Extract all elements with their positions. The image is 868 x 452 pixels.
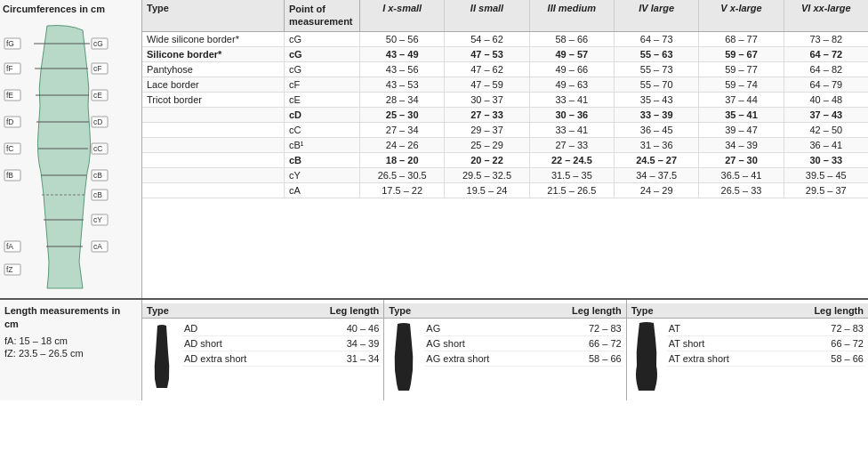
row-III: 49 – 66 [530, 62, 615, 77]
circ-data-row: cB 18 – 20 20 – 22 22 – 24.5 24.5 – 27 2… [142, 153, 868, 168]
svg-text:fG: fG [6, 39, 14, 48]
length-row-type: AT [669, 323, 815, 334]
segment-rows: AG72 – 83AG short66 – 72AG extra short58… [424, 321, 623, 367]
row-IV: 24.5 – 27 [615, 153, 699, 167]
row-III: 49 – 57 [530, 47, 615, 61]
header-measurement: Point of measurement [285, 0, 360, 31]
segment-inner: AG72 – 83AG short66 – 72AG extra short58… [384, 319, 625, 397]
length-row-type: AG extra short [426, 353, 572, 364]
row-V: 68 – 77 [699, 32, 784, 46]
AT-icon [630, 321, 667, 394]
row-III: 21.5 – 26.5 [530, 183, 615, 198]
row-type [142, 123, 285, 137]
length-row-type: AT short [669, 338, 815, 349]
row-II: 47 – 53 [445, 47, 529, 61]
row-IV: 31 – 36 [615, 138, 699, 152]
seg-leg-header: Leg length [505, 305, 622, 316]
circ-data-row: Tricot border cE 28 – 34 30 – 37 33 – 41… [142, 93, 868, 108]
row-VI: 37 – 43 [784, 108, 868, 122]
circ-header: Type Point of measurement I x-small II s… [142, 0, 868, 32]
circ-data-row: Silicone border* cG 43 – 49 47 – 53 49 –… [142, 47, 868, 62]
row-II: 25 – 29 [445, 138, 529, 152]
row-II: 19.5 – 24 [445, 183, 529, 198]
row-V: 35 – 41 [699, 108, 784, 122]
segment-header: TypeLeg length [142, 303, 383, 319]
length-row: AD extra short31 – 34 [182, 351, 381, 367]
circ-data-row: Lace border cF 43 – 53 47 – 59 49 – 63 5… [142, 77, 868, 93]
row-I: 24 – 26 [360, 138, 445, 152]
seg-type-header: Type [147, 305, 263, 316]
length-left-panel: Length measurements in cm fA: 15 – 18 cm… [0, 300, 142, 400]
circ-section-title: Circumferences in cm [3, 4, 139, 14]
length-info: fA: 15 – 18 cmfZ: 23.5 – 26.5 cm [4, 335, 137, 359]
header-VI: VI xx-large [784, 0, 868, 31]
length-row: AT extra short58 – 66 [667, 351, 865, 367]
leg-diagram: .leg-fill { fill: #b8d8c8; stroke: #5a9a… [3, 17, 136, 293]
row-III: 33 – 41 [530, 93, 615, 107]
seg-type-header: Type [631, 305, 748, 316]
row-I: 25 – 30 [360, 108, 445, 122]
row-I: 17.5 – 22 [360, 183, 445, 198]
length-row: AG short66 – 72 [424, 336, 623, 351]
svg-text:fZ: fZ [6, 265, 13, 274]
svg-text:cD: cD [93, 117, 102, 126]
svg-text:fC: fC [6, 144, 14, 153]
row-VI: 64 – 79 [784, 77, 868, 92]
row-VI: 40 – 48 [784, 93, 868, 107]
row-VI: 73 – 82 [784, 32, 868, 46]
row-II: 47 – 59 [445, 77, 529, 92]
row-IV: 33 – 39 [615, 108, 699, 122]
row-I: 43 – 49 [360, 47, 445, 61]
row-VI: 39.5 – 45 [784, 168, 868, 182]
svg-text:cE: cE [93, 91, 102, 100]
segment-rows: AT72 – 83AT short66 – 72AT extra short58… [667, 321, 865, 367]
row-type: Pantyhose [142, 62, 285, 77]
row-meas: cG [285, 62, 360, 77]
row-type [142, 138, 285, 152]
row-I: 43 – 53 [360, 77, 445, 92]
segment-header: TypeLeg length [384, 303, 625, 319]
row-V: 59 – 74 [699, 77, 784, 92]
row-II: 29 – 37 [445, 123, 529, 137]
row-meas: cG [285, 47, 360, 61]
length-row-val: 40 – 46 [330, 323, 379, 334]
row-II: 20 – 22 [445, 153, 529, 167]
svg-text:fF: fF [6, 64, 13, 73]
row-type [142, 153, 285, 167]
row-I: 27 – 34 [360, 123, 445, 137]
row-I: 26.5 – 30.5 [360, 168, 445, 182]
row-IV: 55 – 73 [615, 62, 699, 77]
svg-text:cC: cC [93, 144, 102, 153]
row-meas: cY [285, 168, 360, 182]
header-I: I x-small [360, 0, 445, 31]
row-II: 27 – 33 [445, 108, 529, 122]
length-row-type: AG [426, 323, 572, 334]
svg-text:cY: cY [93, 215, 102, 224]
circ-data-row: cY 26.5 – 30.5 29.5 – 32.5 31.5 – 35 34 … [142, 168, 868, 183]
row-V: 34 – 39 [699, 138, 784, 152]
row-I: 28 – 34 [360, 93, 445, 107]
row-V: 36.5 – 41 [699, 168, 784, 182]
row-VI: 29.5 – 37 [784, 183, 868, 198]
length-row: AG extra short58 – 66 [424, 351, 623, 367]
svg-text:fD: fD [6, 117, 14, 126]
row-V: 26.5 – 33 [699, 183, 784, 198]
row-III: 58 – 66 [530, 32, 615, 46]
row-meas: cG [285, 32, 360, 46]
row-IV: 55 – 70 [615, 77, 699, 92]
length-segment-AG: TypeLeg lengthAG72 – 83AG short66 – 72AG… [384, 300, 626, 400]
row-type [142, 108, 285, 122]
length-row-val: 72 – 83 [573, 323, 622, 334]
length-segment-AT: TypeLeg lengthAT72 – 83AT short66 – 72AT… [627, 300, 868, 400]
svg-text:cB: cB [93, 190, 102, 199]
svg-text:cB: cB [93, 171, 102, 180]
length-row-val: 34 – 39 [330, 338, 379, 349]
row-IV: 35 – 43 [615, 93, 699, 107]
length-row: AT short66 – 72 [667, 336, 865, 351]
circumferences-section: Circumferences in cm .leg-fill { fill: #… [0, 0, 868, 300]
svg-text:cA: cA [93, 242, 102, 251]
length-info-item: fA: 15 – 18 cm [4, 335, 137, 346]
row-I: 43 – 56 [360, 62, 445, 77]
length-segment-AD: TypeLeg lengthAD40 – 46AD short34 – 39AD… [142, 300, 384, 400]
row-I: 50 – 56 [360, 32, 445, 46]
